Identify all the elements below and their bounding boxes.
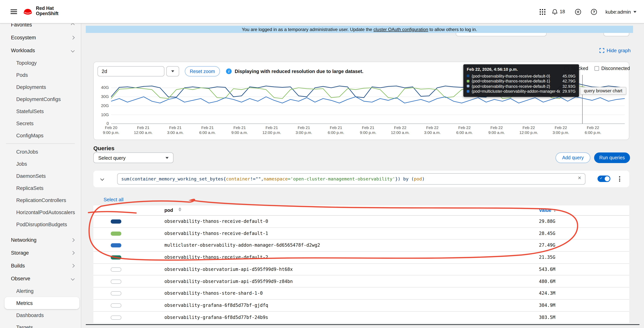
query-kebab-menu[interactable]: [616, 175, 622, 183]
disconnected-checkbox-row: Disconnected: [594, 66, 630, 71]
sidebar-item-label: Metrics: [16, 300, 33, 306]
series-toggle-swatch[interactable]: [111, 291, 121, 295]
promql-token-code: !="",: [250, 176, 264, 182]
sidebar-item-jobs[interactable]: Jobs: [0, 158, 81, 170]
series-toggle-swatch[interactable]: [111, 231, 121, 235]
notifications-bell[interactable]: 18: [552, 0, 565, 24]
login-banner: You are logged in as a temporary adminis…: [86, 26, 633, 33]
value-cell: 303.5M: [539, 314, 555, 320]
run-queries-button[interactable]: Run queries: [594, 152, 630, 163]
chevron-down-icon: [166, 157, 168, 159]
sidebar-item-configmaps[interactable]: ConfigMaps: [0, 129, 81, 142]
series-toggle-swatch[interactable]: [111, 315, 121, 319]
promql-token-code: }) by (: [395, 176, 414, 182]
sidebar-item-alerting[interactable]: Alerting: [0, 285, 81, 297]
pod-name-cell: observability-thanos-store-shard-1-0: [164, 290, 263, 296]
sidebar-item-horizontalpodautoscalers[interactable]: HorizontalPodAutoscalers: [0, 206, 81, 218]
sidebar-item-replicationcontrollers[interactable]: ReplicationControllers: [0, 194, 81, 206]
sidebar-item-metrics[interactable]: Metrics: [4, 297, 79, 309]
sidebar-item-networking[interactable]: Networking: [0, 233, 81, 246]
content-bottom-divider: [86, 324, 640, 325]
promql-expression-input[interactable]: sum(container_memory_working_set_bytes{c…: [117, 173, 586, 185]
partial-toolbar-control[interactable]: [456, 33, 546, 36]
sidebar-item-storage[interactable]: Storage: [0, 246, 81, 259]
sidebar-item-label: DeploymentConfigs: [16, 96, 61, 102]
column-header-value[interactable]: Value: [539, 208, 551, 213]
tooltip-series-label: {pod=multicluster-observability-addon-ma…: [472, 89, 560, 94]
sort-icon[interactable]: [178, 207, 182, 211]
tooltip-series-label: {pod=observability-thanos-receive-defaul…: [472, 84, 560, 89]
tooltip-series-label: {pod=observability-thanos-receive-defaul…: [472, 79, 560, 83]
sidebar-item-observe[interactable]: Observe: [0, 272, 81, 285]
sidebar-item-ecosystem[interactable]: Ecosystem: [0, 31, 81, 44]
sidebar-item-label: ConfigMaps: [16, 133, 44, 138]
sidebar-item-cronjobs[interactable]: CronJobs: [0, 146, 81, 158]
sidebar-item-label: Secrets: [16, 121, 34, 126]
value-cell: 424.3M: [539, 290, 555, 296]
sidebar-item-workloads[interactable]: Workloads: [0, 44, 81, 57]
series-toggle-swatch[interactable]: [111, 243, 121, 248]
chart-hover-hint: query browser chart: [580, 87, 626, 95]
promql-token-label: namespace: [264, 176, 288, 182]
series-color-dot-icon: [467, 75, 470, 77]
sidebar-item-daemonsets[interactable]: DaemonSets: [0, 170, 81, 182]
sidebar-item-topology[interactable]: Topology: [0, 57, 81, 69]
pod-name-cell: multicluster-observability-addon-manager…: [164, 243, 320, 248]
sidebar-item-secrets[interactable]: Secrets: [0, 117, 81, 129]
chevron-down-icon: [71, 276, 75, 280]
table-row: observability-observatorium-api-d595f99d…: [93, 264, 629, 276]
add-query-button[interactable]: Add query: [556, 152, 590, 163]
brand-logo[interactable]: Red Hat OpenShift: [23, 6, 58, 16]
value-cell: 28.45G: [539, 231, 555, 236]
sidebar-spacer: [0, 230, 81, 233]
sidebar-item-favorites[interactable]: Favorites: [0, 24, 81, 31]
sidebar-item-dashboards[interactable]: Dashboards: [0, 309, 81, 321]
help-icon[interactable]: ?: [591, 0, 597, 24]
oauth-config-link[interactable]: cluster OAuth configuration: [374, 27, 428, 32]
sidebar-item-label: DaemonSets: [16, 173, 46, 179]
sidebar-item-pods[interactable]: Pods: [0, 69, 81, 81]
series-toggle-swatch[interactable]: [111, 219, 121, 224]
series-toggle-swatch[interactable]: [111, 267, 121, 272]
sidebar-item-replicasets[interactable]: ReplicaSets: [0, 182, 81, 194]
series-color-dot-icon: [467, 85, 470, 88]
sidebar-item-poddisruptionbudgets[interactable]: PodDisruptionBudgets: [0, 218, 81, 230]
column-header-pod[interactable]: pod: [164, 208, 173, 213]
series-toggle-swatch[interactable]: [111, 303, 121, 307]
sidebar-item-statefulsets[interactable]: StatefulSets: [0, 105, 81, 117]
table-row: observability-thanos-receive-default-128…: [93, 228, 629, 239]
pod-name-cell: observability-grafana-6f8d5d77bf-24b9s: [164, 314, 268, 320]
disconnected-label: Disconnected: [601, 66, 630, 71]
sidebar-item-label: Storage: [11, 250, 29, 255]
expand-query-chevron-icon[interactable]: [100, 177, 104, 181]
disconnected-checkbox[interactable]: [594, 66, 599, 71]
select-all-link[interactable]: Select all: [104, 197, 124, 202]
query-enabled-toggle[interactable]: ✓: [598, 176, 610, 182]
sidebar-item-builds[interactable]: Builds: [0, 259, 81, 272]
user-menu[interactable]: kube:admin: [606, 0, 636, 24]
import-plus-icon[interactable]: [575, 0, 581, 24]
sidebar-item-label: Workloads: [11, 48, 35, 53]
sidebar-item-label: Networking: [11, 237, 36, 243]
nav-toggle-hamburger-icon[interactable]: [10, 10, 17, 14]
select-query-dropdown[interactable]: Select query: [93, 152, 174, 163]
table-header: pod Value ↓: [93, 205, 629, 216]
app-launcher-icon[interactable]: [540, 0, 545, 24]
clear-query-icon[interactable]: ×: [578, 174, 581, 181]
promql-token-label: container: [226, 176, 250, 182]
chevron-down-icon: [71, 49, 75, 52]
series-toggle-swatch[interactable]: [111, 255, 121, 259]
sidebar-item-label: Jobs: [16, 161, 27, 167]
x-axis-tick: Feb 223:00 a.m.: [420, 125, 444, 135]
x-axis-tick: Feb 223:00 p.m.: [549, 125, 573, 135]
sidebar-item-deploymentconfigs[interactable]: DeploymentConfigs: [0, 93, 81, 105]
partial-toolbar-control[interactable]: [604, 33, 629, 36]
sidebar-item-targets[interactable]: Targets: [0, 321, 81, 328]
hide-graph-button[interactable]: Hide graph: [600, 48, 630, 53]
user-name: kube:admin: [606, 9, 631, 15]
table-row: observability-grafana-6f8d5d77bf-gjdfq30…: [93, 300, 629, 311]
sidebar-item-deployments[interactable]: Deployments: [0, 81, 81, 93]
series-toggle-swatch[interactable]: [111, 279, 121, 283]
y-axis-tick: 20G: [94, 103, 109, 109]
value-cell: 543.6M: [539, 267, 555, 272]
